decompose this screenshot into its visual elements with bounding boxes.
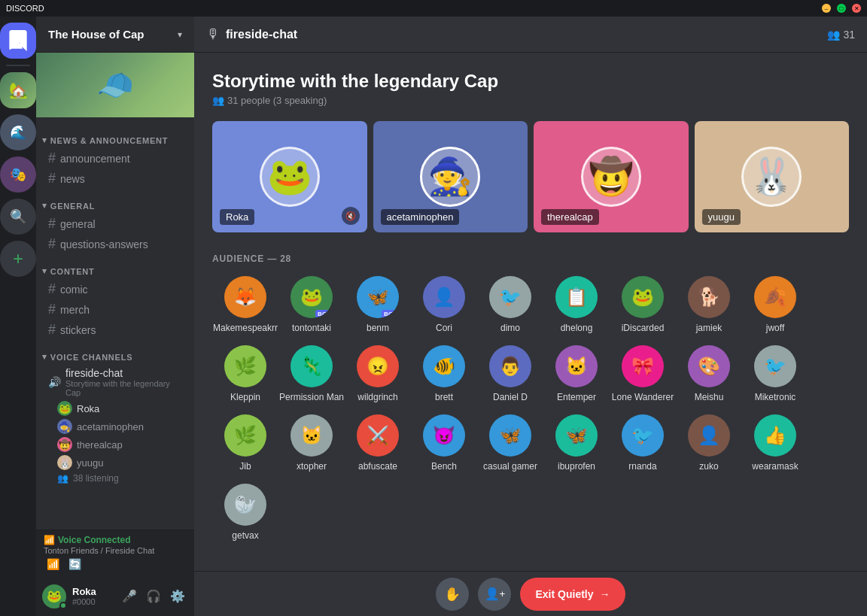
server-icon-house-of-cap[interactable]: 🏡 (0, 72, 36, 108)
channel-comic[interactable]: # comic (42, 279, 188, 299)
audience-avatar: 🐠 (423, 345, 465, 387)
server-header[interactable]: The House of Cap ▾ (36, 17, 194, 53)
stage-title: Storytime with the legendary Cap (212, 71, 849, 92)
channel-news[interactable]: # news (42, 168, 188, 189)
audience-member-tontontaki[interactable]: 🐸 BOT tontontaki (278, 276, 345, 333)
voice-member-yuugu[interactable]: 🐰 yuugu (36, 454, 194, 472)
audience-member-ibuprofen[interactable]: 🦋 ibuprofen (543, 414, 610, 472)
channel-general[interactable]: # general (42, 214, 188, 234)
members-icon: 👥 (827, 29, 840, 41)
voice-signal-btn[interactable]: 📶 (44, 557, 62, 572)
audience-avatar: 🦋 (489, 414, 531, 457)
audience-member-casual-gamer[interactable]: 🦋 casual gamer (477, 414, 543, 472)
mute-btn[interactable]: 🎤 (119, 586, 140, 607)
audience-member-meishu[interactable]: 🎨 Meishu (676, 345, 742, 402)
audience-member-entemper[interactable]: 🐱 Entemper (543, 345, 610, 402)
section-news-announcement[interactable]: ▾ NEWS & ANNOUNCEMENT (36, 123, 194, 148)
audience-avatar: 👤 (423, 276, 465, 318)
audience-avatar: 🎀 (622, 345, 664, 387)
audience-member-lone-wanderer[interactable]: 🎀 Lone Wanderer (610, 345, 676, 402)
close-btn[interactable]: ✕ (852, 4, 861, 13)
audience-name: getvax (232, 530, 258, 541)
audience-member-wearamask[interactable]: 👍 wearamask (742, 414, 808, 472)
member-count: 👥 31 (827, 29, 855, 41)
deafen-btn[interactable]: 🎧 (143, 586, 164, 607)
audience-avatar: 🦭 (224, 484, 266, 526)
channel-stickers[interactable]: # stickers (42, 320, 188, 340)
minimize-btn[interactable]: – (822, 4, 831, 13)
audience-avatar: 👍 (754, 414, 796, 457)
voice-member-avatar-yuugu: 🐰 (57, 455, 72, 470)
user-controls: 🎤 🎧 ⚙️ (119, 586, 188, 607)
audience-avatar: 🐸 (622, 276, 664, 318)
server-name: The House of Cap (48, 28, 144, 41)
raise-hand-btn[interactable]: ✋ (436, 578, 469, 611)
audience-member-zuko[interactable]: 👤 zuko (676, 414, 742, 472)
speaker-avatar-therealcap: 🤠 (581, 147, 641, 207)
stage-meta: 👥 31 people (3 speaking) (212, 95, 849, 106)
audience-member-benm[interactable]: 🦋 BOT benm (345, 276, 411, 333)
server-icon-3[interactable]: 🎭 (0, 156, 36, 193)
audience-avatar: 👤 (688, 414, 730, 457)
stage-channel-icon: 🎙 (206, 26, 220, 42)
audience-avatar: 📋 (555, 276, 598, 318)
audience-member-wildgrinch[interactable]: 😠 wildgrinch (345, 345, 411, 402)
voice-member-therealcap[interactable]: 🤠 therealcap (36, 435, 194, 454)
audience-member-dhelong[interactable]: 📋 dhelong (543, 276, 610, 333)
audience-member-bench[interactable]: 😈 Bench (411, 414, 477, 472)
server-bar: 🏡 🌊 🎭 🔍 + (0, 0, 36, 616)
settings-btn[interactable]: ⚙️ (167, 586, 188, 607)
audience-member-jamiek[interactable]: 🐕 jamiek (676, 276, 742, 333)
voice-icon: 🔊 (48, 376, 61, 388)
audience-member-makemespeakrr[interactable]: 🦊 Makemespeakrr (212, 276, 278, 333)
channel-announcement[interactable]: # announcement (42, 148, 188, 168)
audience-member-daniel-d[interactable]: 👨 Daniel D (477, 345, 543, 402)
audience-member-getvax[interactable]: 🦭 getvax (212, 484, 278, 541)
server-icon-discord[interactable] (0, 23, 36, 59)
voice-refresh-btn[interactable]: 🔄 (65, 557, 84, 572)
audience-name: Lone Wanderer (612, 392, 674, 402)
server-separator (6, 65, 30, 66)
maximize-btn[interactable]: □ (837, 4, 846, 13)
audience-member-jib[interactable]: 🌿 Jib (212, 414, 278, 472)
voice-member-roka[interactable]: 🐸 Roka (36, 399, 194, 417)
voice-channel-fireside-chat[interactable]: 🔊 fireside-chat Storytime with the legen… (42, 365, 188, 399)
voice-connected-channel: Tonton Friends / Fireside Chat (44, 546, 187, 555)
server-icon-search[interactable]: 🔍 (0, 199, 36, 235)
audience-name: Cori (436, 323, 452, 333)
audience-member-miketronic[interactable]: 🐦 Miketronic (742, 345, 808, 402)
section-general[interactable]: ▾ GENERAL (36, 189, 194, 214)
channel-header-left: 🎙 fireside-chat (206, 26, 297, 42)
audience-member-idiscarded[interactable]: 🐸 iDiscarded (610, 276, 676, 333)
hash-icon: # (48, 171, 56, 187)
audience-member-brett[interactable]: 🐠 brett (411, 345, 477, 402)
audience-member-dimo[interactable]: 🐦 dimo (477, 276, 543, 333)
server-icon-2[interactable]: 🌊 (0, 114, 36, 150)
audience-member-rnanda[interactable]: 🐦 rnanda (610, 414, 676, 472)
add-speaker-btn[interactable]: 👤+ (478, 578, 511, 611)
audience-name: dhelong (561, 323, 593, 333)
hash-icon: # (48, 281, 56, 297)
audience-member-kleppin[interactable]: 🌿 Kleppin (212, 345, 278, 402)
audience-member-xtopher[interactable]: 🐱 xtopher (278, 414, 345, 472)
audience-member-permission-man[interactable]: 🦎 Permission Man (278, 345, 345, 402)
section-content[interactable]: ▾ CONTENT (36, 254, 194, 279)
add-server-btn[interactable]: + (0, 241, 36, 277)
server-banner-image: 🧢 (36, 53, 194, 117)
channel-merch[interactable]: # merch (42, 299, 188, 320)
speaker-avatar-roka: 🐸 (260, 147, 320, 207)
audience-name: iDiscarded (622, 323, 665, 333)
speaker-name-acetaminophen: acetaminophen (381, 209, 460, 225)
voice-member-acetaminophen[interactable]: 🧙 acetaminophen (36, 417, 194, 435)
audience-member-abfuscate[interactable]: ⚔️ abfuscate (345, 414, 411, 472)
section-voice-channels[interactable]: ▾ VOICE CHANNELS (36, 340, 194, 365)
voice-member-avatar-roka: 🐸 (57, 401, 72, 416)
audience-member-cori[interactable]: 👤 Cori (411, 276, 477, 333)
hash-icon: # (48, 302, 56, 317)
audience-name: abfuscate (358, 461, 397, 472)
exit-quietly-btn[interactable]: Exit Quietly → (520, 578, 625, 611)
channel-header: 🎙 fireside-chat 👥 31 (194, 17, 867, 53)
audience-avatar: 🐱 (555, 345, 598, 387)
channel-questions-answers[interactable]: # questions-answers (42, 234, 188, 254)
audience-member-jwoff[interactable]: 🍂 jwoff (742, 276, 808, 333)
